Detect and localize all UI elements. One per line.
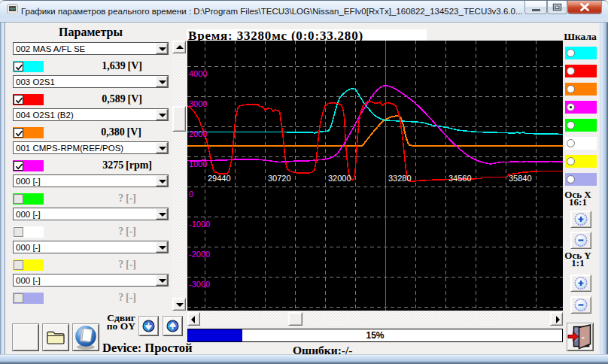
svg-text:29440: 29440: [208, 174, 231, 183]
svg-text:-1000: -1000: [189, 220, 210, 229]
svg-text:-2000: -2000: [189, 250, 210, 259]
svg-text:0: 0: [189, 190, 193, 199]
svg-text:2000: 2000: [189, 129, 207, 138]
svg-text:1000: 1000: [189, 159, 207, 168]
svg-text:34560: 34560: [448, 174, 472, 183]
svg-text:4000: 4000: [189, 69, 207, 78]
svg-text:35840: 35840: [509, 174, 532, 183]
svg-text:33280: 33280: [388, 174, 412, 183]
svg-text:30720: 30720: [268, 174, 291, 183]
svg-text:-3000: -3000: [189, 280, 210, 289]
svg-text:3000: 3000: [189, 99, 207, 108]
svg-text:32000: 32000: [328, 174, 351, 183]
